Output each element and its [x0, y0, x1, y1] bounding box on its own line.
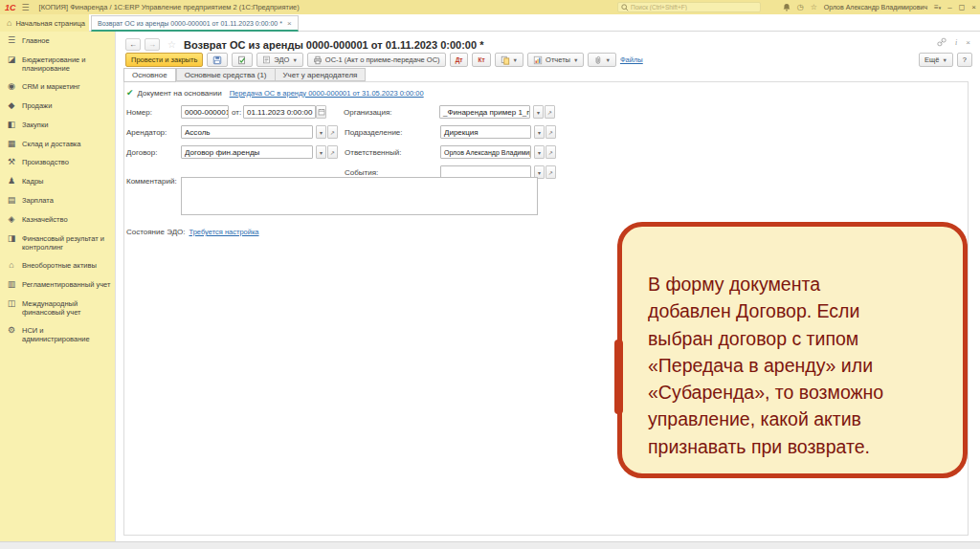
checkbox-checked-icon[interactable]: ✔: [126, 88, 134, 98]
save-button[interactable]: [207, 53, 228, 67]
favorite-star-icon[interactable]: ☆: [167, 39, 176, 50]
tab-fixed-assets[interactable]: Основные средства (1): [176, 68, 275, 81]
calendar-icon[interactable]: [316, 105, 326, 119]
contract-label: Договор:: [126, 148, 181, 157]
sidebar-item-salary[interactable]: ▤Зарплата: [0, 191, 115, 210]
basis-document-link[interactable]: Передача ОС в аренду 0000-000001 от 31.0…: [230, 89, 424, 98]
sidebar-item-hr[interactable]: ♟Кадры: [0, 172, 115, 191]
sidebar-item-noncurrent-assets[interactable]: ⌂Внеоборотные активы: [0, 256, 115, 275]
sidebar-item-nsi-admin[interactable]: ⚙НСИ и администрирование: [0, 321, 115, 348]
titlebar: 1С ☰ [КОПИЯ] Финаренда / 1С:ERP Управлен…: [0, 0, 980, 14]
division-field[interactable]: Дирекция: [440, 125, 531, 139]
reports-button[interactable]: Отчеты▼: [527, 53, 584, 67]
sidebar-item-warehouse[interactable]: ▦Склад и доставка: [0, 135, 115, 154]
credit-entries-button[interactable]: Кт: [472, 53, 490, 67]
tenant-dropdown-icon[interactable]: ▾: [316, 125, 326, 139]
callout-text: В форму документа добавлен Договор. Если…: [648, 271, 889, 460]
create-based-on-button[interactable]: ▼: [495, 53, 523, 67]
edo-menu-button[interactable]: ЭДО▼: [256, 53, 303, 67]
sidebar-item-budgeting[interactable]: ◪Бюджетирование и планирование: [0, 51, 115, 77]
division-open-icon[interactable]: ↗: [546, 125, 556, 139]
favorites-star-icon[interactable]: ☆: [811, 4, 817, 11]
search-icon: [621, 4, 629, 11]
close-form-icon[interactable]: ×: [966, 38, 970, 47]
tenant-field[interactable]: Ассоль: [181, 125, 313, 139]
sidebar-item-sales[interactable]: ◆Продажи: [0, 97, 115, 116]
tenant-label: Арендатор:: [126, 128, 181, 137]
more-button[interactable]: Ещё▼: [919, 53, 953, 67]
row-number-org: Номер: 0000-000001 от: 01.11.2023 0:00:0…: [126, 105, 966, 119]
form-tabs: Основное Основные средства (1) Учет у ар…: [123, 68, 366, 82]
header-icons: i ×: [937, 37, 970, 47]
date-field[interactable]: 01.11.2023 0:00:00: [243, 105, 316, 119]
sidebar: ☰Главное ◪Бюджетирование и планирование …: [0, 32, 115, 541]
1c-logo: 1С: [5, 3, 16, 12]
home-tab[interactable]: ⌂ Начальная страница: [0, 14, 89, 32]
tab-close-icon[interactable]: ×: [287, 19, 292, 28]
close-window-button[interactable]: ×: [971, 3, 976, 11]
treasury-icon: ◈: [7, 215, 16, 225]
tab-main[interactable]: Основное: [123, 68, 176, 82]
sidebar-item-regulated-accounting[interactable]: ▥Регламентированный учет: [0, 275, 115, 295]
sections-icon: ☰: [7, 36, 16, 46]
maximize-button[interactable]: ◻: [959, 3, 966, 11]
contract-field[interactable]: Договор фин.аренды: [181, 145, 313, 159]
global-search[interactable]: [617, 2, 761, 12]
print-os1-button[interactable]: ОС-1 (Акт о приеме-передаче ОС): [307, 53, 446, 67]
edo-setup-link[interactable]: Требуется настройка: [189, 228, 259, 236]
minimize-button[interactable]: –: [947, 3, 951, 11]
organization-open-icon[interactable]: ↗: [545, 105, 555, 119]
sidebar-item-production[interactable]: ⚒Производство: [0, 153, 115, 172]
number-field[interactable]: 0000-000001: [181, 105, 229, 119]
row-comment: Комментарий:: [126, 177, 966, 215]
crm-icon: ◉: [7, 82, 16, 92]
current-user[interactable]: Орлов Александр Владимирович: [824, 4, 927, 11]
sidebar-item-financial-result[interactable]: ◨Финансовый результат и контроллинг: [0, 230, 115, 256]
responsible-dropdown-icon[interactable]: ▾: [534, 145, 545, 159]
files-link[interactable]: Файлы: [620, 55, 643, 64]
debit-entries-button[interactable]: Дт: [450, 53, 469, 67]
comment-field[interactable]: [181, 177, 538, 215]
post-document-button[interactable]: [232, 53, 253, 67]
contract-open-icon[interactable]: ↗: [327, 145, 338, 159]
sidebar-item-treasury[interactable]: ◈Казначейство: [0, 210, 115, 230]
document-tab-label: Возврат ОС из аренды 0000-000001 от 01.1…: [98, 20, 282, 27]
responsible-field[interactable]: Орлов Александр Владимирович: [440, 145, 531, 159]
attachments-button[interactable]: ▼: [588, 53, 615, 67]
financial-result-icon: ◨: [7, 234, 16, 244]
sidebar-item-purchases[interactable]: ◧Закупки: [0, 116, 115, 135]
division-dropdown-icon[interactable]: ▾: [534, 125, 545, 139]
notifications-bell-icon[interactable]: [783, 3, 791, 11]
back-button[interactable]: ←: [125, 38, 141, 51]
service-menu-icon[interactable]: ≡▾: [934, 3, 941, 11]
tenant-open-icon[interactable]: ↗: [327, 125, 338, 139]
organization-dropdown-icon[interactable]: ▾: [533, 105, 544, 119]
contract-dropdown-icon[interactable]: ▾: [316, 145, 326, 159]
edo-state-label: Состояние ЭДО:: [126, 228, 186, 236]
sidebar-item-crm[interactable]: ◉CRM и маркетинг: [0, 77, 115, 97]
date-from-label: от:: [232, 108, 243, 117]
tab-lessor-accounting[interactable]: Учет у арендодателя: [275, 68, 367, 81]
window-title: [КОПИЯ] Финаренда / 1С:ERP Управление пр…: [39, 3, 300, 11]
forward-button[interactable]: →: [145, 38, 160, 51]
sidebar-item-main[interactable]: ☰Главное: [0, 32, 115, 51]
more-group: Ещё▼ ?: [919, 53, 972, 67]
get-link-icon[interactable]: [937, 37, 947, 47]
annotation-callout: В форму документа добавлен Договор. Если…: [617, 222, 968, 478]
warehouse-icon: ▦: [7, 140, 16, 149]
responsible-open-icon[interactable]: ↗: [546, 145, 556, 159]
help-button[interactable]: ?: [957, 53, 972, 67]
main-menu-icon[interactable]: ☰: [22, 3, 30, 12]
home-tab-label: Начальная страница: [15, 19, 85, 28]
search-input[interactable]: [631, 4, 757, 11]
row-tenant-division: Арендатор: Ассоль ▾ ↗ Подразделение: Дир…: [126, 125, 966, 139]
tab-bar: ⌂ Начальная страница Возврат ОС из аренд…: [0, 14, 980, 32]
organization-field[interactable]: _Финаренда пример 1_простейший: [439, 105, 530, 119]
history-icon[interactable]: ◷: [797, 4, 804, 11]
post-and-close-button[interactable]: Провести и закрыть: [125, 53, 203, 67]
budgeting-icon: ◪: [7, 55, 16, 65]
info-icon[interactable]: i: [955, 38, 957, 47]
sidebar-item-ifrs[interactable]: ◫Международный финансовый учет: [0, 295, 115, 321]
ifrs-icon: ◫: [7, 299, 16, 309]
document-tab[interactable]: Возврат ОС из аренды 0000-000001 от 01.1…: [91, 15, 299, 32]
